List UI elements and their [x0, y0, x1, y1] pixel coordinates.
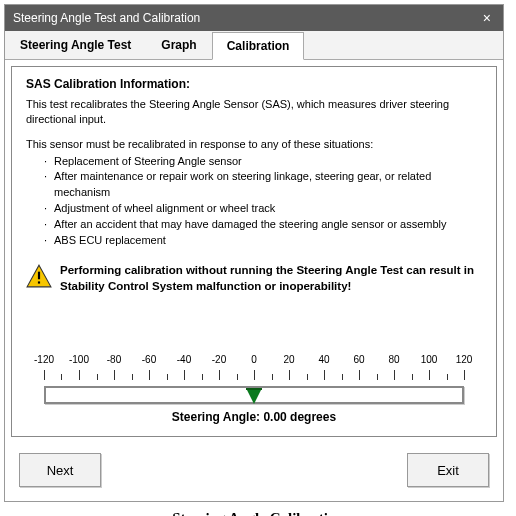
readout-label: Steering Angle: — [172, 410, 260, 424]
scale-label: 100 — [421, 354, 438, 365]
situations-lead: This sensor must be recalibrated in resp… — [26, 137, 482, 152]
list-item: After an accident that may have damaged … — [44, 217, 482, 233]
tick-minor — [342, 374, 343, 380]
scale-label: 40 — [318, 354, 329, 365]
titlebar: Steering Angle Test and Calibration × — [5, 5, 503, 31]
situations-list: Replacement of Steering Angle sensor Aft… — [44, 154, 482, 250]
scale-label: 20 — [283, 354, 294, 365]
gauge-scale-labels: -120-100-80-60-40-20020406080100120 — [44, 354, 464, 366]
tick-major — [429, 370, 430, 380]
figure-caption: Steering Angle Calibration — [0, 510, 516, 516]
tick-minor — [447, 374, 448, 380]
tick-major — [219, 370, 220, 380]
tick-minor — [272, 374, 273, 380]
warning-text: Performing calibration without running t… — [60, 263, 482, 294]
gauge-marker — [246, 388, 262, 404]
tick-major — [149, 370, 150, 380]
tick-minor — [132, 374, 133, 380]
tick-minor — [202, 374, 203, 380]
sas-info-heading: SAS Calibration Information: — [26, 77, 482, 91]
scale-label: -20 — [212, 354, 226, 365]
tick-minor — [97, 374, 98, 380]
tick-major — [184, 370, 185, 380]
tick-major — [464, 370, 465, 380]
list-item: ABS ECU replacement — [44, 233, 482, 249]
list-item: After maintenance or repair work on stee… — [44, 169, 482, 201]
exit-button[interactable]: Exit — [407, 453, 489, 487]
gauge-readout: Steering Angle: 0.00 degrees — [26, 410, 482, 424]
window-title: Steering Angle Test and Calibration — [13, 11, 479, 25]
tick-minor — [237, 374, 238, 380]
warning-icon — [26, 263, 52, 292]
tab-calibration[interactable]: Calibration — [212, 32, 305, 60]
readout-value: 0.00 degrees — [263, 410, 336, 424]
scale-label: 60 — [353, 354, 364, 365]
svg-rect-1 — [38, 272, 40, 280]
scale-label: 120 — [456, 354, 473, 365]
sas-intro-text: This test recalibrates the Steering Angl… — [26, 97, 482, 127]
next-button[interactable]: Next — [19, 453, 101, 487]
tab-graph[interactable]: Graph — [146, 31, 211, 59]
scale-label: -100 — [69, 354, 89, 365]
tab-steering-angle-test[interactable]: Steering Angle Test — [5, 31, 146, 59]
tick-major — [394, 370, 395, 380]
list-item: Replacement of Steering Angle sensor — [44, 154, 482, 170]
button-row: Next Exit — [5, 443, 503, 501]
tick-minor — [412, 374, 413, 380]
tick-minor — [167, 374, 168, 380]
tick-major — [254, 370, 255, 380]
tick-minor — [61, 374, 62, 380]
tick-major — [359, 370, 360, 380]
svg-rect-2 — [38, 282, 40, 284]
close-icon[interactable]: × — [479, 10, 495, 26]
scale-label: -120 — [34, 354, 54, 365]
tick-major — [114, 370, 115, 380]
gauge-bar[interactable] — [44, 386, 464, 404]
scale-label: 0 — [251, 354, 257, 365]
content-panel: SAS Calibration Information: This test r… — [11, 66, 497, 437]
scale-label: -60 — [142, 354, 156, 365]
tick-major — [324, 370, 325, 380]
window: Steering Angle Test and Calibration × St… — [4, 4, 504, 502]
tick-minor — [307, 374, 308, 380]
gauge-scale: -120-100-80-60-40-20020406080100120 — [44, 354, 464, 384]
tick-major — [44, 370, 45, 380]
tab-bar: Steering Angle Test Graph Calibration — [5, 31, 503, 60]
tick-major — [79, 370, 80, 380]
scale-label: -80 — [107, 354, 121, 365]
list-item: Adjustment of wheel alignment or wheel t… — [44, 201, 482, 217]
tick-major — [289, 370, 290, 380]
warning-block: Performing calibration without running t… — [26, 263, 482, 294]
gauge: -120-100-80-60-40-20020406080100120 Stee… — [26, 354, 482, 424]
gauge-ticks — [44, 368, 464, 380]
scale-label: 80 — [388, 354, 399, 365]
scale-label: -40 — [177, 354, 191, 365]
tick-minor — [377, 374, 378, 380]
